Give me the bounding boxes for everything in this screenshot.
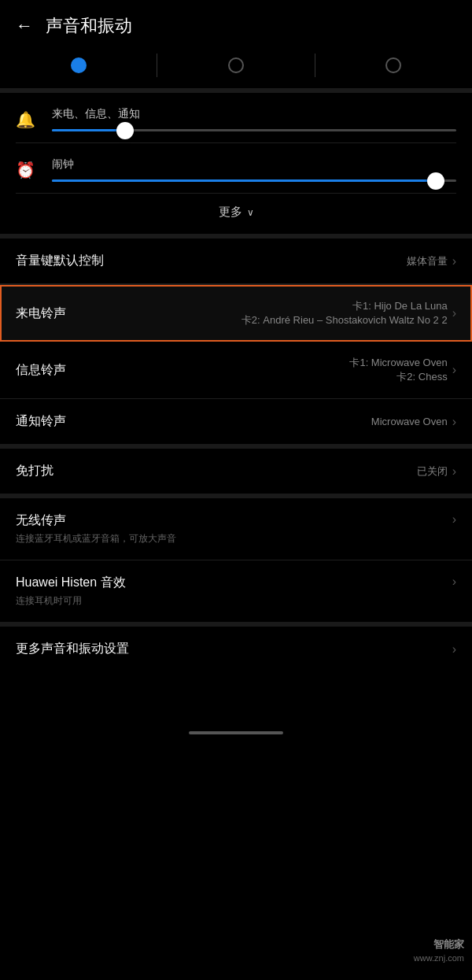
ringtone-slider-track[interactable]	[52, 129, 456, 131]
more-settings-label: 更多声音和振动设置	[16, 641, 129, 657]
chevron-right-icon-1: ›	[452, 306, 456, 320]
tab-dot-inactive-2	[228, 57, 244, 73]
settings-list: 音量键默认控制 媒体音量 › 来电铃声 卡1: Hijo De La Luna …	[0, 239, 472, 444]
histen-right: ›	[452, 575, 456, 589]
message-tone-label: 信息铃声	[16, 362, 66, 379]
tab-row	[0, 46, 472, 88]
list-item-notification-tone[interactable]: 通知铃声 Microwave Oven ›	[0, 399, 472, 444]
notification-tone-label: 通知铃声	[16, 413, 66, 430]
home-indicator	[189, 731, 283, 734]
bottom-bar	[0, 719, 472, 750]
chevron-right-wireless: ›	[452, 512, 456, 527]
histen-content: Huawei Histen 音效 连接耳机时可用	[16, 575, 126, 608]
more-label: 更多	[219, 205, 242, 220]
histen-sublabel: 连接耳机时可用	[16, 594, 126, 608]
tab-dot-active	[71, 57, 87, 73]
chevron-right-more-settings: ›	[452, 642, 456, 656]
wireless-sublabel: 连接蓝牙耳机或蓝牙音箱，可放大声音	[16, 532, 176, 545]
chevron-down-icon: ∨	[247, 207, 254, 218]
notification-tone-value: Microwave Oven	[371, 416, 448, 427]
ringtone-volume-content: 来电、信息、通知	[52, 107, 456, 131]
volume-section: 🔔 来电、信息、通知 ⏰ 闹钟 更多 ∨	[0, 93, 472, 234]
more-row[interactable]: 更多 ∨	[16, 194, 456, 234]
alarm-volume-content: 闹钟	[52, 157, 456, 182]
dnd-section: 免打扰 已关闭 ›	[0, 449, 472, 494]
more-settings-section: 更多声音和振动设置 ›	[0, 627, 472, 671]
chevron-right-histen: ›	[452, 575, 456, 589]
list-item-volume-key[interactable]: 音量键默认控制 媒体音量 ›	[0, 239, 472, 284]
histen-label: Huawei Histen 音效	[16, 575, 126, 591]
ringtone-slider-fill	[52, 129, 125, 131]
alarm-slider-track[interactable]	[52, 179, 456, 182]
page-title: 声音和振动	[46, 14, 132, 38]
chevron-right-icon-0: ›	[452, 254, 456, 268]
wireless-section: 无线传声 连接蓝牙耳机或蓝牙音箱，可放大声音 › Huawei Histen 音…	[0, 498, 472, 622]
alarm-slider-fill	[52, 179, 436, 182]
ringtone-value: 卡1: Hijo De La Luna 卡2: André Rieu – Sho…	[242, 299, 448, 327]
bell-icon: 🔔	[16, 110, 44, 129]
message-tone-value: 卡1: Microwave Oven 卡2: Chess	[349, 356, 447, 384]
back-button[interactable]: ←	[16, 16, 33, 36]
alarm-volume-row: ⏰ 闹钟	[16, 143, 456, 194]
dnd-value: 已关闭	[417, 464, 448, 479]
tab-3[interactable]	[315, 57, 472, 73]
message-tone-right: 卡1: Microwave Oven 卡2: Chess ›	[349, 356, 456, 384]
ringtone-slider-thumb[interactable]	[116, 122, 134, 139]
watermark: 智能家 www.znj.com	[414, 937, 464, 964]
alarm-slider-thumb[interactable]	[427, 172, 444, 190]
chevron-right-icon-2: ›	[452, 363, 456, 377]
more-settings-right: ›	[452, 642, 456, 656]
ringtone-volume-label: 来电、信息、通知	[52, 107, 456, 121]
tab-dot-inactive-3	[385, 57, 401, 73]
ringtone-volume-row: 🔔 来电、信息、通知	[16, 93, 456, 143]
list-item-histen[interactable]: Huawei Histen 音效 连接耳机时可用 ›	[0, 560, 472, 622]
wireless-label: 无线传声	[16, 512, 176, 529]
list-item-ringtone[interactable]: 来电铃声 卡1: Hijo De La Luna 卡2: André Rieu …	[0, 285, 472, 342]
list-item-message-tone[interactable]: 信息铃声 卡1: Microwave Oven 卡2: Chess ›	[0, 342, 472, 399]
tab-2[interactable]	[157, 57, 314, 73]
dnd-label: 免打扰	[16, 463, 53, 479]
alarm-icon: ⏰	[16, 161, 44, 179]
volume-key-value: 媒体音量	[407, 254, 448, 268]
wireless-content: 无线传声 连接蓝牙耳机或蓝牙音箱，可放大声音	[16, 512, 176, 545]
chevron-right-icon-3: ›	[452, 415, 456, 429]
watermark-line2: www.znj.com	[414, 952, 464, 964]
ringtone-right: 卡1: Hijo De La Luna 卡2: André Rieu – Sho…	[242, 299, 456, 327]
volume-key-label: 音量键默认控制	[16, 253, 104, 269]
tab-1[interactable]	[0, 57, 157, 73]
alarm-volume-label: 闹钟	[52, 157, 456, 172]
header: ← 声音和振动	[0, 0, 472, 46]
watermark-line1: 智能家	[414, 937, 464, 952]
list-item-dnd[interactable]: 免打扰 已关闭 ›	[0, 449, 472, 494]
dnd-right: 已关闭 ›	[417, 464, 456, 479]
list-item-more-settings[interactable]: 更多声音和振动设置 ›	[0, 627, 472, 671]
chevron-right-dnd: ›	[452, 464, 456, 479]
ringtone-label: 来电铃声	[16, 305, 66, 322]
list-item-wireless[interactable]: 无线传声 连接蓝牙耳机或蓝牙音箱，可放大声音 ›	[0, 498, 472, 560]
wireless-right: ›	[452, 512, 456, 527]
notification-tone-right: Microwave Oven ›	[371, 415, 456, 429]
volume-key-right: 媒体音量 ›	[407, 254, 456, 268]
